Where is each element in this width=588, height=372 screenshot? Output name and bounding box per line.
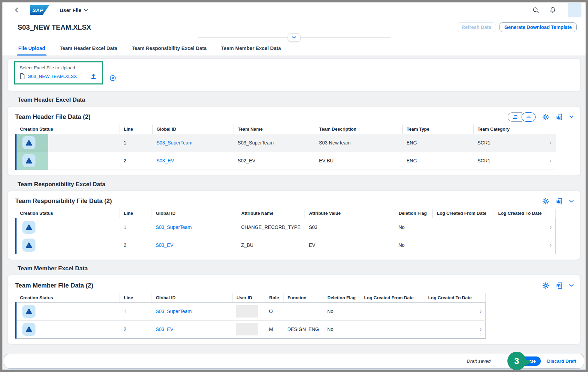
team-member-table-card: Team Member File Data (2) Creat [8, 275, 580, 344]
cell-log-to [494, 218, 546, 236]
global-id-link[interactable]: S03_SuperTeam [156, 309, 192, 314]
generate-download-template-button[interactable]: Generate Download Template [499, 22, 577, 32]
separator [566, 114, 566, 120]
upload-icon[interactable] [91, 73, 96, 79]
discard-draft-button[interactable]: Discard Draft [547, 359, 576, 364]
export-menu-button[interactable] [556, 198, 574, 204]
cell-log-from [433, 236, 494, 254]
col-navigation [476, 293, 486, 302]
tab-team-responsibility-excel-data[interactable]: Team Responsibility Excel Data [131, 42, 207, 56]
col-function: Function [283, 293, 323, 302]
row-navigation-chevron[interactable]: › [476, 320, 486, 338]
app-title-dropdown[interactable]: User File [60, 7, 88, 13]
section-title-team-responsibility: Team Responsibility Excel Data [18, 181, 580, 188]
clear-file-icon[interactable] [110, 75, 116, 81]
settings-gear-icon[interactable] [543, 114, 549, 120]
tab-file-upload[interactable]: File Upload [18, 42, 46, 56]
tab-bar: File Upload Team Header Excel Data Team … [2, 42, 586, 56]
upload-label: Select Excel File to Upload: [20, 65, 96, 70]
warning-status-icon [22, 305, 35, 318]
export-spreadsheet-icon [556, 114, 563, 120]
cell-attribute-name: CHANGE_RECORD_TYPE [237, 218, 305, 236]
warning-status-icon [22, 323, 35, 336]
cell-team-category: SCR1 [473, 134, 546, 152]
refresh-data-button[interactable]: Refresh Data [457, 22, 496, 32]
col-team-type: Team Type [402, 124, 473, 134]
cell-team-type: ENG [402, 134, 473, 152]
cell-log-from [360, 320, 424, 338]
row-navigation-chevron[interactable]: › [546, 134, 556, 152]
cell-line: 2 [120, 236, 152, 254]
table-row[interactable]: 2 S03_EV Z_BU EV No › [16, 236, 556, 254]
col-log-created-from: Log Created From Date [433, 209, 494, 218]
row-navigation-chevron[interactable]: › [546, 152, 556, 170]
table-row[interactable]: 1 S03_SuperTeam CHANGE_RECORD_TYPE S03 N… [16, 218, 556, 236]
col-deletion-flag: Deletion Flag [323, 293, 360, 302]
uploaded-file-link[interactable]: S03_NEW TEAM.XLSX [28, 74, 77, 79]
search-icon[interactable] [533, 7, 539, 13]
cell-team-name: S03_SuperTeam [234, 134, 315, 152]
collapse-header-button[interactable] [288, 33, 301, 42]
col-navigation [546, 124, 556, 134]
cell-attribute-value: S03 [305, 218, 394, 236]
separator [566, 283, 566, 288]
table-toolbar [508, 112, 574, 122]
global-id-link[interactable]: S03_SuperTeam [156, 140, 192, 145]
step-annotation-balloon: 3 [507, 352, 526, 370]
cell-log-to [424, 302, 476, 320]
settings-gear-icon[interactable] [543, 282, 549, 289]
global-id-link[interactable]: S03_EV [156, 158, 174, 163]
app-window: SAP User File S03_NEW TEAM.XLSX Refresh … [0, 0, 588, 372]
back-icon[interactable] [12, 6, 21, 14]
col-attribute-name: Attribute Name [237, 209, 305, 218]
row-navigation-chevron[interactable]: › [476, 302, 486, 320]
warning-status-icon [22, 221, 35, 234]
row-navigation-chevron[interactable]: › [546, 218, 556, 236]
table-row[interactable]: 1 S03_SuperTeam O No › [16, 302, 486, 320]
cell-role: O [265, 302, 283, 320]
cell-attribute-name: Z_BU [237, 236, 305, 254]
table-row[interactable]: 2 S03_EV M DESIGN_ENG No › [16, 320, 486, 338]
col-role: Role [265, 293, 283, 302]
user-avatar[interactable] [568, 3, 581, 17]
tab-team-member-excel-data[interactable]: Team Member Excel Data [220, 42, 282, 56]
col-creation-status: Creation Status [16, 209, 120, 218]
notifications-bell-icon[interactable] [549, 7, 556, 13]
table-title-team-member: Team Member File Data (2) [15, 282, 93, 289]
section-title-team-header: Team Header Excel Data [18, 97, 580, 103]
cell-team-description: S03 New team [315, 134, 402, 152]
global-id-link[interactable]: S03_SuperTeam [156, 224, 192, 230]
warning-status-icon [22, 154, 35, 167]
cell-deletion-flag: No [394, 218, 433, 236]
table-title-team-header: Team Header File Data (2) [15, 113, 91, 121]
table-row[interactable]: 1 S03_SuperTeam S03_SuperTeam S03 New te… [16, 134, 556, 152]
settings-gear-icon[interactable] [543, 198, 549, 204]
warning-status-icon [22, 136, 35, 149]
team-responsibility-table: Creation Status Line Global ID Attribute… [15, 209, 556, 254]
cell-line: 1 [120, 302, 152, 320]
chevron-down-icon [569, 115, 574, 118]
cell-line: 2 [120, 320, 152, 338]
export-menu-button[interactable] [556, 114, 574, 120]
col-user-id: User ID [232, 293, 265, 302]
cell-log-from [433, 218, 494, 236]
tab-team-header-excel-data[interactable]: Team Header Excel Data [59, 42, 118, 56]
row-navigation-chevron[interactable]: › [546, 236, 556, 254]
global-id-link[interactable]: S03_EV [156, 242, 173, 248]
footer-bar: Draft saved Create Discard Draft [4, 354, 584, 369]
team-member-table: Creation Status Line Global ID User ID R… [15, 293, 486, 339]
cell-line: 1 [120, 218, 152, 236]
table-row[interactable]: 2 S03_EV S02_EV EV BU ENG SCR1 › [16, 152, 556, 170]
global-id-link[interactable]: S03_EV [156, 326, 173, 332]
cell-deletion-flag: No [394, 236, 433, 254]
col-log-created-to: Log Created To Date [494, 209, 546, 218]
chevron-down-icon [292, 36, 296, 39]
export-menu-button[interactable] [556, 282, 574, 289]
group-view-button[interactable] [508, 112, 522, 122]
col-log-created-to: Log Created To Date [424, 293, 476, 302]
cell-team-name: S02_EV [234, 152, 315, 170]
team-responsibility-table-card: Team Responsibility File Data (2) [8, 191, 580, 260]
collapse-view-button[interactable] [522, 112, 536, 122]
separator [566, 199, 566, 204]
cell-deletion-flag: No [323, 320, 360, 338]
